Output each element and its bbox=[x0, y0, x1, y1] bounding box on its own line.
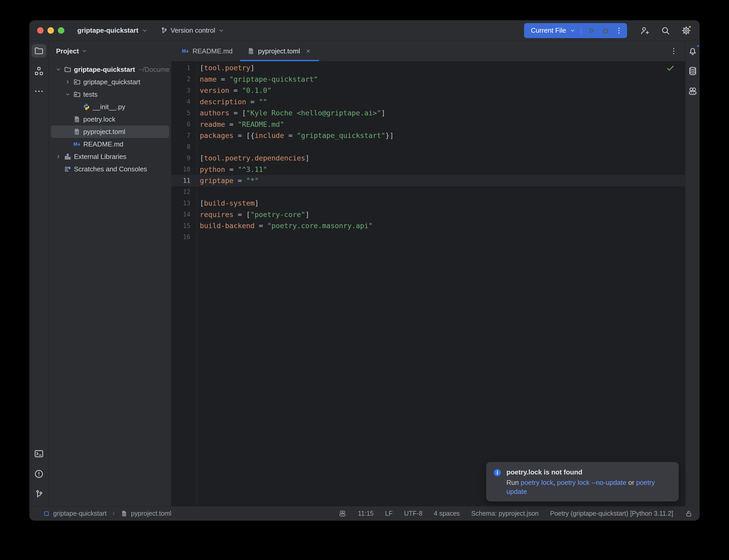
tree-item-scratches-and-consoles[interactable]: Scratches and Consoles bbox=[51, 163, 169, 175]
structure-icon bbox=[34, 66, 44, 76]
status-bar: griptape-quickstart[T]pyproject.toml 11:… bbox=[29, 506, 700, 521]
tree-item-label: pyproject.toml bbox=[83, 128, 125, 136]
code-line-7[interactable]: 7packages = [{include = "griptape_quicks… bbox=[171, 130, 685, 141]
status-items: 11:15LFUTF-84 spacesSchema: pyproject.js… bbox=[338, 509, 693, 518]
titlebar-actions bbox=[639, 25, 692, 36]
code-line-10[interactable]: 10python = "^3.11" bbox=[171, 164, 685, 175]
breadcrumbs: griptape-quickstart[T]pyproject.toml bbox=[43, 510, 171, 517]
add-user-button[interactable] bbox=[639, 25, 650, 36]
line-number: 11 bbox=[171, 177, 197, 184]
notification-link[interactable]: poetry lock --no-update bbox=[557, 479, 626, 486]
chevron-down-icon[interactable] bbox=[64, 91, 72, 98]
chevron-down-icon bbox=[218, 27, 225, 34]
tree-item-pyproject-toml[interactable]: [T]pyproject.toml bbox=[51, 125, 169, 138]
title-bar: griptape-quickstart Version control Curr… bbox=[29, 20, 700, 41]
run-config-label: Current File bbox=[531, 26, 566, 34]
status-item-indent[interactable]: 4 spaces bbox=[434, 510, 460, 517]
rail-button-structure[interactable] bbox=[32, 64, 46, 78]
libraries-icon bbox=[64, 153, 72, 160]
code-line-12[interactable]: 12 bbox=[171, 186, 685, 198]
tree-item-tests[interactable]: tests bbox=[51, 88, 169, 101]
close-tab-icon[interactable] bbox=[304, 47, 312, 55]
chevron-right-icon[interactable] bbox=[54, 153, 62, 160]
toml-icon: [T] bbox=[73, 128, 81, 136]
code-line-5[interactable]: 5authors = ["Kyle Roche <hello@griptape.… bbox=[171, 107, 685, 119]
copilot-icon[interactable] bbox=[338, 509, 346, 518]
editor: MREADME.md[T]pyproject.toml 1[tool.poetr… bbox=[171, 41, 685, 506]
project-widget[interactable]: griptape-quickstart bbox=[77, 26, 148, 34]
notification-link[interactable]: poetry lock bbox=[521, 479, 553, 486]
status-item-line-separator[interactable]: LF bbox=[385, 510, 393, 517]
code-line-3[interactable]: 3version = "0.1.0" bbox=[171, 85, 685, 96]
code-line-14[interactable]: 14requires = ["poetry-core"] bbox=[171, 209, 685, 220]
debug-button[interactable] bbox=[601, 26, 610, 36]
chevron-down-icon[interactable] bbox=[54, 66, 62, 73]
line-number: 5 bbox=[171, 109, 197, 117]
breadcrumb-item[interactable]: griptape-quickstart bbox=[43, 510, 107, 517]
close-window-button[interactable] bbox=[37, 27, 44, 34]
code-line-9[interactable]: 9[tool.poetry.dependencies] bbox=[171, 152, 685, 164]
status-item-interpreter[interactable]: Poetry (griptape-quickstart) [Python 3.1… bbox=[550, 510, 673, 517]
search-everywhere-button[interactable] bbox=[660, 25, 671, 36]
rail-button-terminal[interactable] bbox=[32, 447, 46, 460]
tree-item-griptape-quickstart[interactable]: griptape_quickstart bbox=[51, 76, 169, 88]
code-line-8[interactable]: 8 bbox=[171, 141, 685, 153]
run-config-selector[interactable]: Current File bbox=[531, 26, 576, 34]
tree-item-griptape-quickstart[interactable]: griptape-quickstart~/Docume bbox=[51, 63, 169, 76]
rail-button-more-tools[interactable] bbox=[32, 85, 46, 98]
tree-item-path: ~/Docume bbox=[139, 66, 169, 74]
chevron-down-icon bbox=[569, 27, 576, 34]
status-item-caret-position[interactable]: 11:15 bbox=[358, 510, 374, 517]
tab-pyproject-toml[interactable]: [T]pyproject.toml bbox=[240, 41, 319, 61]
rail-button-version-control[interactable] bbox=[32, 487, 46, 501]
run-button[interactable] bbox=[587, 26, 596, 36]
project-panel-header[interactable]: Project bbox=[49, 41, 171, 61]
project-tree: griptape-quickstart~/Documegriptape_quic… bbox=[49, 61, 171, 175]
tab-readme-md[interactable]: MREADME.md bbox=[174, 41, 240, 61]
code-line-11[interactable]: 11griptape = "*" bbox=[171, 175, 685, 186]
tree-item-label: README.md bbox=[83, 140, 123, 148]
rail-button-problems[interactable] bbox=[32, 467, 46, 481]
code-text: readme = "README.md" bbox=[197, 120, 284, 128]
tree-item-poetry-lock[interactable]: [T]poetry.lock bbox=[51, 113, 169, 125]
tree-item-external-libraries[interactable]: External Libraries bbox=[51, 150, 169, 163]
status-item-json-schema[interactable]: Schema: pyproject.json bbox=[471, 510, 539, 517]
rail-button-project[interactable] bbox=[32, 44, 46, 58]
tree-item-label: poetry.lock bbox=[83, 115, 115, 123]
rail-button-notifications[interactable] bbox=[685, 44, 700, 58]
chevron-down-icon bbox=[141, 27, 148, 34]
minimize-window-button[interactable] bbox=[47, 27, 54, 34]
tree-item-label: Scratches and Consoles bbox=[74, 165, 147, 173]
rail-button-ai-assistant[interactable] bbox=[685, 85, 700, 98]
code-line-2[interactable]: 2name = "griptape-quickstart" bbox=[171, 74, 685, 85]
left-rail-top bbox=[32, 44, 46, 98]
more-run-options-button[interactable] bbox=[615, 26, 623, 35]
code-line-1[interactable]: 1[tool.poetry] bbox=[171, 62, 685, 74]
line-number: 3 bbox=[171, 87, 197, 94]
line-number: 7 bbox=[171, 132, 197, 139]
tree-item-label: External Libraries bbox=[74, 153, 126, 161]
code-text: name = "griptape-quickstart" bbox=[197, 75, 318, 83]
code-line-13[interactable]: 13[build-system] bbox=[171, 198, 685, 209]
module-icon bbox=[43, 510, 50, 517]
toml-icon: [T] bbox=[73, 115, 81, 123]
code-line-4[interactable]: 4description = "" bbox=[171, 96, 685, 108]
code-editor[interactable]: 1[tool.poetry]2name = "griptape-quicksta… bbox=[171, 61, 685, 506]
zoom-window-button[interactable] bbox=[58, 27, 64, 34]
status-item-encoding[interactable]: UTF-8 bbox=[404, 510, 422, 517]
code-line-16[interactable]: 16 bbox=[171, 232, 685, 243]
vcs-widget[interactable]: Version control bbox=[160, 26, 225, 35]
lock-open-icon[interactable] bbox=[685, 509, 693, 518]
code-line-6[interactable]: 6readme = "README.md" bbox=[171, 119, 685, 130]
database-icon bbox=[688, 66, 698, 76]
notification-body: Run poetry lock, poetry lock --no-update… bbox=[507, 478, 665, 496]
chevron-right-icon[interactable] bbox=[64, 79, 72, 85]
settings-button[interactable] bbox=[681, 25, 692, 36]
rail-button-database[interactable] bbox=[685, 64, 700, 78]
tab-options-button[interactable] bbox=[669, 46, 679, 56]
code-line-15[interactable]: 15build-backend = "poetry.core.masonry.a… bbox=[171, 220, 685, 232]
breadcrumb-item[interactable]: [T]pyproject.toml bbox=[121, 510, 171, 517]
tree-item--init-py[interactable]: __init__.py bbox=[51, 101, 169, 113]
notification-balloon: poetry.lock is not found Run poetry lock… bbox=[486, 462, 679, 501]
tree-item-readme-md[interactable]: MREADME.md bbox=[51, 138, 169, 150]
